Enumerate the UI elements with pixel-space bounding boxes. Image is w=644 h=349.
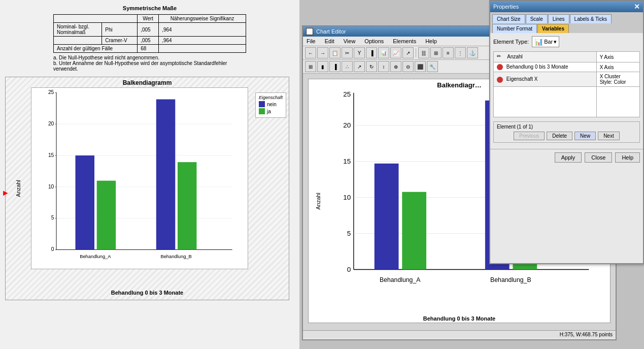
tab-scale[interactable]: Scale bbox=[526, 14, 548, 23]
tb-bold[interactable]: Y bbox=[354, 47, 365, 58]
tb-bar[interactable]: ▐ bbox=[366, 47, 377, 58]
tab-number-format[interactable]: Number Format bbox=[492, 24, 537, 33]
svg-text:0: 0 bbox=[347, 266, 351, 273]
tb-cut[interactable]: ✂ bbox=[342, 47, 353, 58]
help-button[interactable]: Help bbox=[615, 152, 640, 163]
svg-text:15: 15 bbox=[343, 157, 351, 165]
chart-editor-icon bbox=[306, 28, 313, 35]
tb2-scatter[interactable]: ∴ bbox=[342, 61, 353, 72]
tab-variables[interactable]: Variables bbox=[537, 24, 569, 33]
svg-text:5: 5 bbox=[347, 230, 351, 237]
tb-line[interactable]: ↗ bbox=[402, 47, 414, 58]
apply-button[interactable]: Apply bbox=[555, 152, 582, 163]
bar-A-nein bbox=[76, 155, 94, 249]
tb-anchor[interactable]: ⚓ bbox=[467, 47, 478, 58]
left-chart-inner: 0 5 10 15 20 25 bbox=[31, 87, 248, 269]
svg-text:25: 25 bbox=[343, 90, 351, 98]
menu-elements[interactable]: Elements bbox=[391, 38, 418, 45]
close-button[interactable]: Close bbox=[585, 152, 612, 163]
tb-chart2[interactable]: 📈 bbox=[390, 47, 401, 58]
legend-label-ja: ja bbox=[267, 109, 271, 114]
tb-barchart[interactable]: ||| bbox=[418, 47, 429, 58]
element-type-select[interactable]: 📊 Bar ▾ bbox=[532, 36, 559, 47]
tb2-bar[interactable]: ▮ bbox=[317, 61, 328, 72]
tb2-zoomout[interactable]: ⊖ bbox=[402, 61, 414, 72]
chart-status: H:375, W:468.75 points bbox=[303, 330, 616, 338]
row-val-2a: ,005 bbox=[138, 37, 159, 45]
tb2-grid[interactable]: ⊞ bbox=[305, 61, 316, 72]
tb2-extra1[interactable]: ⬛ bbox=[415, 61, 426, 72]
tab-lines[interactable]: Lines bbox=[548, 14, 569, 23]
bar-B-ja bbox=[178, 162, 196, 249]
var-row-anzahl: ✏ Anzahl Y Axis bbox=[494, 52, 640, 62]
row-val-1a: ,005 bbox=[138, 23, 159, 37]
legend-label-nein: nein bbox=[267, 102, 277, 107]
left-bars-svg: 0 5 10 15 20 25 bbox=[31, 88, 248, 269]
table-row: Nominal- bzgl.Nominalmaß Phi ,005 ,964 bbox=[54, 23, 246, 37]
left-y-axis-label: Anzahl bbox=[15, 180, 21, 197]
tab-chart-size[interactable]: Chart Size bbox=[492, 14, 525, 23]
tb-back[interactable]: ← bbox=[305, 47, 316, 58]
tb-copy[interactable]: 📋 bbox=[329, 47, 341, 58]
tb-chart1[interactable]: 📊 bbox=[378, 47, 389, 58]
row-label-1a: Nominal- bzgl.Nominalmaß bbox=[54, 23, 102, 37]
left-chart-title: Balkendiagramm bbox=[6, 79, 289, 86]
properties-panel: Properties ✕ Chart Size Scale Lines Labe… bbox=[489, 0, 644, 264]
row-sig-3 bbox=[159, 45, 246, 53]
tb2-bar2[interactable]: ▐ bbox=[329, 61, 341, 72]
right-bar-A-ja bbox=[402, 192, 426, 270]
properties-titlebar: Properties ✕ bbox=[490, 1, 643, 12]
symmetrische-masse-table: Wert Näherungsweise Signifikanz Nominal-… bbox=[53, 14, 246, 53]
note-a: a. Die Null-Hypothese wird nicht angenom… bbox=[53, 55, 246, 60]
new-button[interactable]: New bbox=[574, 132, 596, 140]
menu-file[interactable]: File bbox=[305, 38, 317, 45]
right-x-axis-label: Behandlung 0 bis 3 Monate bbox=[309, 315, 610, 322]
element-type-dropdown-icon[interactable]: ▾ bbox=[554, 39, 557, 45]
circle-icon-1 bbox=[497, 64, 503, 70]
menu-help[interactable]: Help bbox=[424, 38, 438, 45]
properties-close-button[interactable]: ✕ bbox=[634, 3, 640, 11]
col-header-wert: Wert bbox=[138, 15, 159, 23]
tb2-zoom[interactable]: ⊕ bbox=[390, 61, 401, 72]
var-name-anzahl: ✏ Anzahl bbox=[494, 52, 597, 62]
var-axis-eigenschaft: X ClusterStyle: Color bbox=[596, 72, 639, 87]
bar-A-ja bbox=[97, 181, 116, 250]
row-label-1b: Phi bbox=[102, 23, 138, 37]
variables-table: ✏ Anzahl Y Axis Behandlung 0 bis 3 Monat… bbox=[493, 51, 640, 117]
pencil-icon: ✏ bbox=[497, 53, 504, 60]
legend-color-ja bbox=[259, 108, 265, 114]
menu-edit[interactable]: Edit bbox=[323, 38, 336, 45]
bottom-buttons: Apply Close Help bbox=[490, 149, 643, 166]
svg-text:Behandlung_A: Behandlung_A bbox=[380, 276, 421, 283]
svg-text:25: 25 bbox=[48, 89, 54, 95]
tab-labels-ticks[interactable]: Labels & Ticks bbox=[570, 14, 612, 23]
tb-grid[interactable]: ⊞ bbox=[430, 47, 442, 58]
left-bar-chart: Balkendiagramm Eigenschaft nein ja Anzah… bbox=[5, 77, 289, 300]
row-sig-1a: ,964 bbox=[159, 23, 246, 37]
legend-title: Eigenschaft bbox=[259, 95, 283, 100]
svg-text:0: 0 bbox=[51, 246, 54, 252]
element-type-row: Element Type: 📊 Bar ▾ bbox=[493, 36, 640, 47]
delete-button[interactable]: Delete bbox=[547, 132, 572, 140]
table-row: Cramer-V ,005 ,964 bbox=[54, 37, 246, 45]
element-info-text: Element (1 of 1) bbox=[497, 124, 533, 130]
table-title: Symmetrische Maße bbox=[5, 5, 294, 11]
var-row-empty bbox=[494, 87, 640, 117]
tb2-rotate[interactable]: ↻ bbox=[366, 61, 377, 72]
var-row-eigenschaft: Eigenschaft X X ClusterStyle: Color bbox=[494, 72, 640, 87]
tb2-line[interactable]: ↗ bbox=[354, 61, 365, 72]
properties-body: Element Type: 📊 Bar ▾ ✏ Anzahl Y Axis bbox=[490, 33, 643, 149]
tb-forward[interactable]: → bbox=[317, 47, 328, 58]
tb2-flip[interactable]: ↕ bbox=[378, 61, 389, 72]
previous-button[interactable]: Previous bbox=[514, 132, 545, 140]
svg-text:10: 10 bbox=[343, 194, 351, 201]
tb-legend[interactable]: ⋮ bbox=[455, 47, 466, 58]
left-panel: Symmetrische Maße Wert Näherungsweise Si… bbox=[0, 0, 299, 349]
element-buttons: Previous Delete New Next bbox=[497, 132, 636, 140]
tb-table[interactable]: ≡ bbox=[443, 47, 454, 58]
menu-options[interactable]: Options bbox=[363, 38, 385, 45]
tb2-extra2[interactable]: 🔧 bbox=[427, 61, 438, 72]
menu-view[interactable]: View bbox=[342, 38, 357, 45]
next-button[interactable]: Next bbox=[598, 132, 620, 140]
var-axis-behandlung: X Axis bbox=[596, 62, 639, 72]
